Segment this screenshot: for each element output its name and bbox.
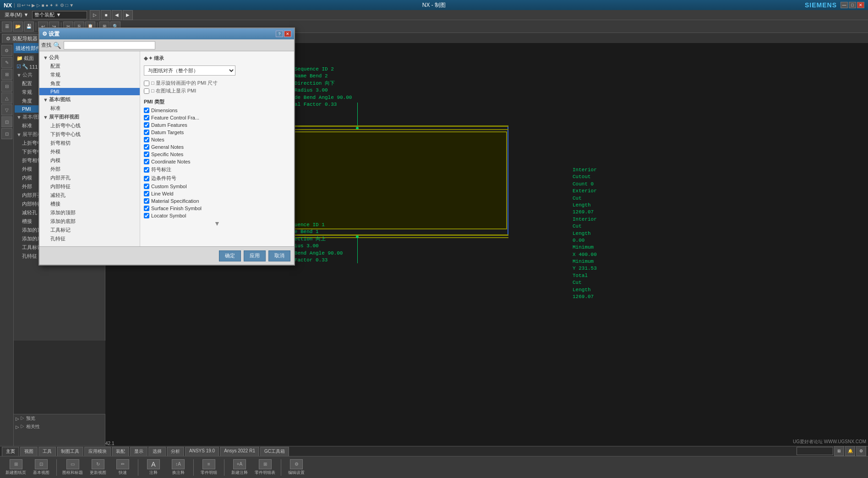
tree-upper-centerline[interactable]: 上折弯中心线 — [39, 121, 140, 130]
pmi-alignment-dropdown[interactable]: 与图纸对齐（整个部） — [144, 65, 235, 76]
toolbar-btn-2[interactable]: ■ — [101, 10, 111, 20]
sidebar-icon-5[interactable]: △ — [1, 92, 12, 103]
btn-expand[interactable]: ⊞ — [834, 446, 844, 456]
dialog-help-btn[interactable]: ? — [276, 31, 283, 37]
cb-gen-notes-input[interactable] — [144, 144, 149, 150]
btn-part-list[interactable]: ≡ 零件明细 — [197, 458, 220, 477]
minimize-button[interactable]: — — [841, 2, 848, 8]
btn-base-view[interactable]: ⊡ 基本视图 — [30, 458, 53, 477]
tree-exterior[interactable]: 外部 — [39, 165, 140, 174]
toolbar-icons: ⊟ ↩ ↪ ▶ ▷ ■ ● ✦ ☀ ⚙ □ ▼ — [17, 3, 74, 8]
btab-home[interactable]: 主页 — [2, 447, 19, 456]
cb-datum-feat-input[interactable] — [144, 122, 149, 128]
cb-symbol-annot-input[interactable] — [144, 167, 149, 173]
sidebar-icon-2[interactable]: ✎ — [1, 57, 12, 68]
cb-notes-input[interactable] — [144, 137, 149, 142]
btab-draft-tools[interactable]: 制图工具 — [57, 447, 83, 456]
tree-add-top[interactable]: 添加的顶部 — [39, 208, 140, 217]
btab-assembly[interactable]: 装配 — [112, 447, 129, 456]
tree-add-bottom[interactable]: 添加的底部 — [39, 217, 140, 226]
tree-hole-feature[interactable]: 孔特征 — [39, 234, 140, 243]
coord-display: 42.1 — [105, 441, 114, 446]
ok-button[interactable]: 确定 — [219, 250, 241, 261]
cb-custom-sym-input[interactable] — [144, 184, 149, 189]
show-rotated-checkbox[interactable] — [144, 81, 149, 86]
btn-change-annot[interactable]: ↕A 换注释 — [167, 458, 190, 477]
btn-quick[interactable]: ✏ 快速 — [111, 458, 134, 477]
btab-ansys22[interactable]: Ansys 2022 R1 — [220, 447, 259, 456]
cb-locator-sym-input[interactable] — [144, 213, 149, 218]
restore-button[interactable]: □ — [849, 2, 856, 8]
btab-display[interactable]: 显示 — [130, 447, 147, 456]
right-ann-line5: Minimum Y 231.53 — [573, 258, 597, 272]
btab-select[interactable]: 选择 — [148, 447, 166, 456]
tb-open[interactable]: 📂 — [13, 22, 23, 32]
part-bom-icon: ⊞ — [259, 459, 272, 469]
cb-fcf-input[interactable] — [144, 115, 149, 120]
sidebar-icon-6[interactable]: ▽ — [1, 104, 12, 115]
menu-item-file[interactable]: 菜单(M) ▼ — [2, 11, 31, 19]
sidebar-icon-4[interactable]: ⊟ — [1, 81, 12, 92]
btn-notify[interactable]: 🔔 — [845, 446, 855, 456]
btab-gc[interactable]: GC工具箱 — [260, 447, 289, 456]
apply-button[interactable]: 应用 — [244, 250, 266, 261]
tree-pmi[interactable]: PMI — [39, 88, 140, 95]
sidebar-icon-7[interactable]: ⊡ — [1, 116, 12, 127]
show-area-checkbox[interactable] — [144, 88, 149, 94]
btn-new-annot[interactable]: +A 新建注释 — [228, 458, 251, 477]
tree-standard[interactable]: 标准 — [39, 104, 140, 113]
cb-dimensions-input[interactable] — [144, 108, 149, 113]
btn-edit-settings[interactable]: ⚙ 编辑设置 — [285, 458, 308, 477]
cb-surface-finish-input[interactable] — [144, 206, 149, 211]
tree-section-base[interactable]: ▼ 基本/图纸 — [39, 95, 140, 104]
tree-inner-die[interactable]: 内模 — [39, 156, 140, 165]
preview-label[interactable]: ▷ ▷ 预览 — [14, 414, 105, 423]
btab-app[interactable]: 应用模块 — [84, 447, 111, 456]
btn-settings2[interactable]: ⚙ — [856, 446, 866, 456]
tree-section-flat[interactable]: ▼ 展平图样视图 — [39, 113, 140, 121]
tree-bend-tangent[interactable]: 折弯相切 — [39, 139, 140, 147]
assembly-dropdown[interactable]: 整个装配 ▼ — [32, 11, 87, 19]
search-input[interactable] — [64, 41, 155, 49]
tree-tool-mark[interactable]: 工具标记 — [39, 226, 140, 234]
tree-section-common[interactable]: ▼ 公共 — [39, 53, 140, 62]
btn-update-view[interactable]: ↻ 更新视图 — [87, 458, 109, 477]
tb-save[interactable]: 💾 — [24, 22, 34, 32]
tree-interior-opening[interactable]: 内部开孔 — [39, 174, 140, 182]
related-label[interactable]: ▷ ▷ 相关性 — [14, 423, 105, 431]
tree-angle[interactable]: 角度 — [39, 79, 140, 88]
sidebar-icon-3[interactable]: ⊞ — [1, 69, 12, 80]
btn-part-bom[interactable]: ⊞ 零件明细表 — [253, 458, 277, 477]
tree-interior-feature[interactable]: 内部特征 — [39, 182, 140, 191]
toolbar-btn-1[interactable]: ▷ — [90, 10, 100, 20]
cb-datum-tgt-label: Datum Targets — [151, 130, 184, 135]
tb-new[interactable]: ☰ — [2, 22, 12, 32]
cb-edge-cond-input[interactable] — [144, 176, 149, 181]
btab-ansys19[interactable]: ANSYS 19.0 — [185, 447, 219, 456]
cb-coord-notes-input[interactable] — [144, 159, 149, 164]
tree-lower-centerline[interactable]: 下折弯中心线 — [39, 130, 140, 139]
btab-tools[interactable]: 工具 — [38, 447, 56, 456]
sidebar-icon-8[interactable]: ⊡ — [1, 128, 12, 139]
tree-config[interactable]: 配置 — [39, 62, 140, 71]
btn-new-drawing[interactable]: ⊞ 新建图纸页 — [4, 458, 28, 477]
cb-line-weld-input[interactable] — [144, 191, 149, 196]
dialog-close-btn[interactable]: ✕ — [284, 31, 291, 37]
btn-annotation[interactable]: A 注释 — [142, 458, 165, 477]
tree-outer-die[interactable]: 外模 — [39, 147, 140, 156]
toolbar-btn-3[interactable]: ◀ — [112, 10, 122, 20]
tree-slot[interactable]: 槽接 — [39, 200, 140, 208]
tree-lightening[interactable]: 减轻孔 — [39, 191, 140, 200]
btn-frame-title[interactable]: ▭ 图框和标题 — [60, 458, 85, 477]
cb-spec-notes-input[interactable] — [144, 152, 149, 157]
search-box[interactable] — [797, 447, 833, 455]
cb-datum-tgt-input[interactable] — [144, 130, 149, 135]
cancel-button[interactable]: 取消 — [268, 250, 290, 261]
toolbar-btn-4[interactable]: ▶ — [123, 10, 133, 20]
sidebar-icon-1[interactable]: ⚙ — [1, 45, 12, 56]
cb-material-spec-input[interactable] — [144, 198, 149, 204]
btab-view[interactable]: 视图 — [20, 447, 38, 456]
btab-analysis[interactable]: 分析 — [167, 447, 184, 456]
tree-general[interactable]: 常规 — [39, 71, 140, 79]
close-button[interactable]: ✕ — [857, 2, 864, 8]
